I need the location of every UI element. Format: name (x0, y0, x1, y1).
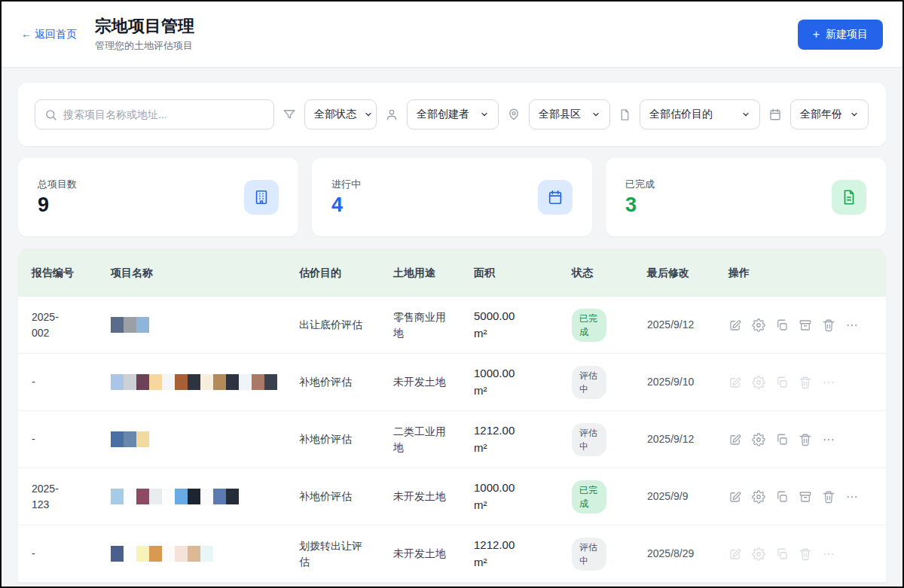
page-title: 宗地项目管理 (95, 16, 194, 38)
redacted-block (162, 374, 175, 390)
archive-icon[interactable] (799, 318, 812, 332)
redacted-block (149, 489, 162, 504)
stat-value: 9 (38, 193, 77, 217)
redacted-block (175, 546, 188, 562)
building-icon (244, 180, 279, 215)
redacted-block (111, 317, 124, 333)
stat-card-in-progress: 进行中 4 (312, 158, 592, 236)
stat-value: 3 (625, 193, 655, 217)
redacted-block (188, 489, 200, 504)
last-modified: 2025/8/29 (647, 526, 728, 582)
copy-icon[interactable] (775, 490, 789, 504)
redacted-block (188, 374, 200, 390)
chevron-down-icon (480, 110, 489, 119)
more-icon[interactable] (845, 318, 859, 332)
chevron-down-icon (850, 110, 859, 119)
settings-icon[interactable] (752, 318, 765, 332)
more-icon (822, 547, 835, 561)
stat-label: 进行中 (331, 178, 361, 191)
new-project-label: 新建项目 (826, 28, 868, 41)
table-row: -补地价评估二类工业用地1212.00m²评估中2025/9/12 (18, 411, 886, 468)
settings-icon (752, 376, 765, 389)
area: 1000.00m² (474, 354, 572, 410)
edit-icon (728, 547, 742, 561)
project-name (111, 468, 299, 525)
chevron-down-icon (591, 110, 600, 119)
trash-icon[interactable] (799, 433, 812, 446)
edit-icon (728, 376, 742, 389)
redacted-block (124, 489, 136, 504)
redacted-block (188, 546, 200, 562)
status-cell: 已完成 (572, 468, 647, 525)
search-input[interactable] (63, 108, 264, 120)
redacted-block (136, 431, 149, 447)
redacted-block (149, 374, 162, 390)
column-header: 状态 (572, 248, 647, 297)
redacted-block (111, 489, 124, 504)
purpose-filter-select[interactable]: 全部估价目的 (640, 99, 760, 129)
calendar-icon (538, 180, 573, 215)
chevron-down-icon (741, 110, 750, 119)
trash-icon[interactable] (822, 490, 835, 504)
valuation-purpose: 补地价评估 (299, 468, 393, 525)
last-modified: 2025/9/9 (647, 468, 728, 525)
filter-bar: 全部状态 全部创建者 全部县区 全部估价目的 全部年份 (18, 83, 886, 146)
last-modified: 2025/9/12 (647, 411, 728, 468)
settings-icon (752, 547, 765, 561)
valuation-purpose: 出让底价评估 (299, 297, 393, 353)
project-name (111, 526, 299, 582)
more-icon[interactable] (845, 490, 859, 504)
creator-filter-select[interactable]: 全部创建者 (407, 99, 499, 129)
redacted-block (175, 374, 188, 390)
copy-icon[interactable] (775, 318, 789, 332)
file-text-icon (832, 180, 866, 215)
trash-icon[interactable] (822, 318, 835, 332)
edit-icon[interactable] (728, 433, 742, 446)
table-header: 报告编号 项目名称 估价目的 土地用途 面积 状态 最后修改 操作 (18, 248, 886, 297)
edit-icon[interactable] (728, 490, 742, 504)
copy-icon[interactable] (775, 433, 789, 446)
archive-icon[interactable] (799, 490, 812, 504)
stat-card-total: 总项目数 9 (18, 158, 298, 236)
column-header: 土地用途 (393, 248, 474, 297)
more-icon[interactable] (822, 433, 835, 446)
copy-icon (775, 547, 789, 561)
redacted-block (239, 374, 252, 390)
back-home-link[interactable]: ← 返回首页 (21, 28, 77, 41)
area: 1000.00m² (474, 468, 572, 525)
edit-icon[interactable] (728, 318, 742, 332)
redacted-block (111, 546, 124, 562)
copy-icon (775, 376, 789, 389)
land-use: 二类工业用地 (393, 411, 474, 468)
plus-icon: + (813, 29, 820, 41)
search-box[interactable] (35, 99, 274, 129)
project-name (111, 297, 299, 353)
area: 1212.00m² (474, 526, 572, 582)
table-row: 2025-002出让底价评估零售商业用地5000.00m²已完成2025/9/1… (18, 297, 886, 354)
page-subtitle: 管理您的土地评估项目 (95, 39, 194, 53)
redacted-block (162, 489, 175, 504)
redacted-block (124, 374, 136, 390)
status-badge: 已完成 (572, 309, 606, 342)
row-actions (728, 411, 886, 468)
redacted-block (200, 489, 213, 504)
table-row: -补地价评估未开发土地1000.00m²评估中2025/9/10 (18, 354, 886, 411)
status-filter-select[interactable]: 全部状态 (304, 99, 377, 129)
settings-icon[interactable] (752, 433, 765, 446)
title-block: 宗地项目管理 管理您的土地评估项目 (95, 16, 194, 53)
last-modified: 2025/9/12 (647, 297, 728, 353)
redacted-block (226, 374, 239, 390)
year-filter-select[interactable]: 全部年份 (790, 99, 869, 129)
table-row: 2025-123补地价评估未开发土地1000.00m²已完成2025/9/9 (18, 468, 886, 526)
district-filter-select[interactable]: 全部县区 (529, 99, 610, 129)
new-project-button[interactable]: + 新建项目 (798, 20, 883, 50)
redacted-block (149, 546, 162, 562)
redacted-block (200, 546, 213, 562)
valuation-purpose: 补地价评估 (299, 354, 393, 410)
redacted-block (162, 546, 175, 562)
table-row: -划拨转出让评估未开发土地1212.00m²评估中2025/8/29 (18, 526, 886, 583)
land-use: 未开发土地 (393, 354, 474, 410)
trash-icon (799, 547, 812, 561)
redacted-block (136, 489, 149, 504)
settings-icon[interactable] (752, 490, 765, 504)
